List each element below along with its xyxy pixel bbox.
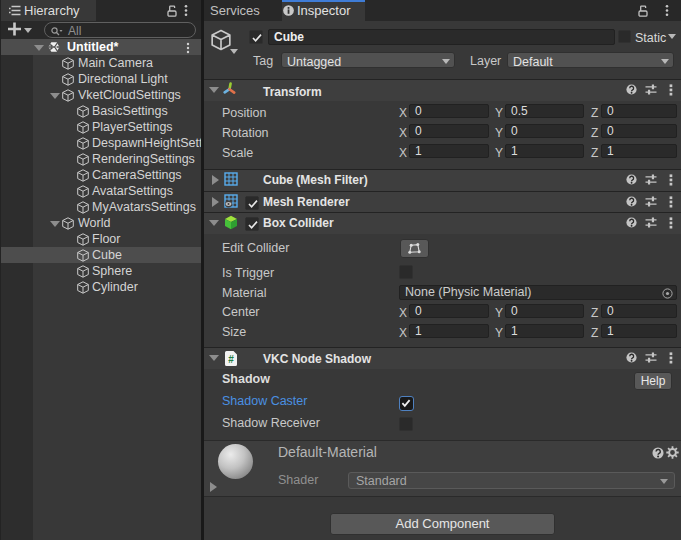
svg-text:#: # (228, 354, 234, 365)
